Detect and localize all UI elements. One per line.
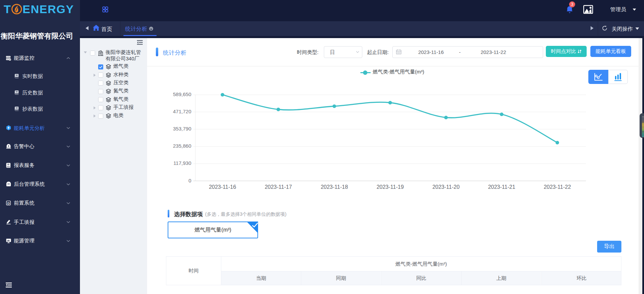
svg-text:235,860: 235,860 [173,143,191,149]
svg-text:471,720: 471,720 [173,109,191,114]
svg-text:589,650: 589,650 [173,91,191,97]
svg-text:353,790: 353,790 [173,126,191,131]
svg-text:D: D [7,201,10,205]
svg-text:0: 0 [189,178,191,183]
svg-text:2023-11-16: 2023-11-16 [209,184,236,190]
svg-text:2023-11-20: 2023-11-20 [432,184,460,190]
svg-text:2023-11-21: 2023-11-21 [488,184,515,190]
svg-text:2023-11-17: 2023-11-17 [265,184,292,190]
svg-text:2023-11-22: 2023-11-22 [544,184,571,190]
svg-text:2023-11-18: 2023-11-18 [321,184,348,190]
svg-text:117,930: 117,930 [173,160,191,166]
svg-text:2023-11-19: 2023-11-19 [376,184,404,190]
